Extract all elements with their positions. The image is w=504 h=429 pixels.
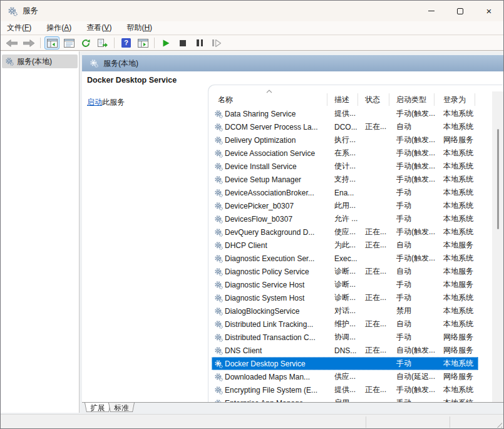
service-description-cell: 提供... xyxy=(331,108,361,119)
table-row[interactable]: Downloaded Maps Man... 供应... 自动(延迟... 网络… xyxy=(212,370,478,383)
service-name-cell: Diagnostic Policy Service xyxy=(225,267,309,276)
service-name-cell: Distributed Transaction C... xyxy=(225,333,316,342)
minimize-button[interactable] xyxy=(417,1,446,21)
service-startup-type-cell: 手动 xyxy=(393,332,438,343)
table-row[interactable]: Encrypting File System (E... 提供... 正在...… xyxy=(212,383,478,396)
table-row[interactable]: Device Association Service 在系... 手动(触发..… xyxy=(212,147,478,160)
forward-arrow-icon xyxy=(23,39,34,47)
stop-icon xyxy=(180,40,186,46)
service-description-cell: 允许 ... xyxy=(331,214,361,224)
service-startup-type-cell: 自动 xyxy=(393,266,438,277)
service-logon-as-cell: 本地系统 xyxy=(438,253,477,264)
column-divider[interactable] xyxy=(357,93,358,106)
console-tree-panel: 服务(本地) xyxy=(1,51,80,413)
stop-service-button[interactable] xyxy=(175,36,190,49)
table-row[interactable]: DevQuery Background D... 使应... 正在... 手动(… xyxy=(212,225,478,239)
service-description-cell: 在系... xyxy=(331,148,361,158)
resize-grip-icon[interactable] xyxy=(495,421,502,428)
column-header-status[interactable]: 状态 xyxy=(361,93,393,107)
service-name-cell: Encrypting File System (E... xyxy=(225,386,317,395)
pause-service-button[interactable] xyxy=(192,36,207,49)
service-gear-icon xyxy=(214,241,223,250)
table-row[interactable]: DHCP Client 为此... 正在... 自动 本地服务 xyxy=(212,239,478,252)
forward-button[interactable] xyxy=(21,36,36,49)
table-row[interactable]: DNS Client DNS... 正在... 自动(触发... 网络服务 xyxy=(212,344,478,357)
service-startup-type-cell: 自动 xyxy=(393,121,438,132)
tree-item-services-local[interactable]: 服务(本地) xyxy=(2,54,78,68)
start-service-link[interactable]: 启动 xyxy=(87,98,102,106)
menu-action[interactable]: 操作(A) xyxy=(46,23,71,33)
service-description-cell: 此用... xyxy=(331,200,361,211)
column-header-logon-as[interactable]: 登录为 xyxy=(438,93,495,107)
table-row[interactable]: Docker Desktop Service 手动 本地系统 xyxy=(212,357,478,370)
service-name-cell: DeviceAssociationBroker... xyxy=(225,189,314,197)
service-gear-icon xyxy=(214,307,223,316)
column-divider[interactable] xyxy=(389,93,389,106)
show-action-pane-button[interactable] xyxy=(135,36,150,49)
table-row[interactable]: Device Setup Manager 支持... 手动(触发... 本地系统 xyxy=(212,173,478,186)
service-name-cell: Diagnostic Service Host xyxy=(225,281,304,289)
services-pane: 服务(本地) Docker Desktop Service 启动此服务 名称 描… xyxy=(82,51,504,414)
service-name-cell: DevicePicker_b0307 xyxy=(225,202,294,210)
column-header-name[interactable]: 名称 xyxy=(212,93,331,107)
tab-extended[interactable]: 扩展 xyxy=(85,403,111,414)
column-header-description[interactable]: 描述 xyxy=(331,93,361,107)
show-console-tree-button[interactable] xyxy=(44,36,59,49)
table-row[interactable]: Distributed Transaction C... 协调... 手动 网络… xyxy=(212,331,478,344)
table-row[interactable]: DialogBlockingService 对话... 禁用 本地系统 xyxy=(212,304,478,318)
menu-view[interactable]: 查看(V) xyxy=(86,23,111,33)
menu-help[interactable]: 帮助(H) xyxy=(126,23,152,33)
back-button[interactable] xyxy=(4,36,19,49)
service-description-cell: 诊断... xyxy=(331,279,361,290)
service-startup-type-cell: 自动(触发... xyxy=(393,345,438,356)
service-gear-icon xyxy=(214,215,223,224)
table-row[interactable]: Distributed Link Tracking... 维护... 正在...… xyxy=(212,318,478,331)
table-row[interactable]: DeviceAssociationBroker... Ena... 手动 本地系… xyxy=(212,186,478,199)
table-row[interactable]: Diagnostic Service Host 诊断... 手动 本地服务 xyxy=(212,278,478,291)
service-description-cell: DNS... xyxy=(331,346,361,355)
service-logon-as-cell: 本地系统 xyxy=(438,227,477,237)
service-description-cell: Exec... xyxy=(331,254,361,263)
close-button[interactable]: × xyxy=(475,1,503,21)
service-gear-icon xyxy=(214,346,223,355)
table-row[interactable]: DevicePicker_b0307 此用... 手动 本地系统 xyxy=(212,199,478,212)
service-logon-as-cell: 本地系统 xyxy=(438,108,477,119)
restart-service-button[interactable] xyxy=(209,36,224,49)
service-gear-icon xyxy=(214,110,223,118)
service-startup-type-cell: 手动(触发... xyxy=(393,135,438,145)
resume-icon xyxy=(212,39,221,47)
service-name-cell: Diagnostic System Host xyxy=(225,294,304,302)
export-list-button[interactable] xyxy=(95,36,110,49)
column-divider[interactable] xyxy=(434,93,435,106)
service-gear-icon xyxy=(214,281,223,289)
help-button[interactable]: ? xyxy=(118,36,133,49)
column-header-startup-type[interactable]: 启动类型 xyxy=(393,93,438,107)
service-description-cell: 使应... xyxy=(331,227,361,237)
table-row[interactable]: DCOM Server Process La... DCO... 正在... 自… xyxy=(212,120,478,133)
table-row[interactable]: Device Install Service 使计... 手动(触发... 本地… xyxy=(212,160,478,173)
column-divider[interactable] xyxy=(327,93,327,106)
service-logon-as-cell: 本地系统 xyxy=(438,306,477,316)
table-row[interactable]: Delivery Optimization 执行... 手动(触发... 网络服… xyxy=(212,133,478,147)
table-row[interactable]: Data Sharing Service 提供... 手动(触发... 本地系统 xyxy=(212,107,478,120)
table-row[interactable]: Diagnostic Policy Service 诊断... 正在... 自动… xyxy=(212,265,478,278)
table-row[interactable]: Diagnostic System Host 诊断... 正在... 手动 本地… xyxy=(212,291,478,304)
column-divider[interactable] xyxy=(475,93,475,106)
tab-standard[interactable]: 标准 xyxy=(108,403,135,414)
start-service-button[interactable] xyxy=(158,36,173,49)
service-name-cell: Distributed Link Tracking... xyxy=(225,320,313,329)
scrollbar-thumb[interactable] xyxy=(497,129,499,229)
table-row[interactable]: Diagnostic Execution Ser... Exec... 手动(触… xyxy=(212,252,478,265)
svg-text:?: ? xyxy=(124,39,128,46)
maximize-button[interactable] xyxy=(446,1,475,21)
service-gear-icon xyxy=(214,136,223,145)
minimize-icon xyxy=(428,11,435,11)
services-window: 服务 × 文件(F) 操作(A) 查看(V) 帮助(H) xyxy=(0,0,504,429)
refresh-button[interactable] xyxy=(78,36,93,49)
service-logon-as-cell: 网络服务 xyxy=(438,345,477,356)
menu-file[interactable]: 文件(F) xyxy=(7,23,31,33)
service-logon-as-cell: 网络服务 xyxy=(438,371,477,382)
table-row[interactable]: DevicesFlow_b0307 允许 ... 手动 本地系统 xyxy=(212,212,478,225)
properties-button[interactable] xyxy=(61,36,76,49)
vertical-scrollbar[interactable] xyxy=(492,91,504,422)
